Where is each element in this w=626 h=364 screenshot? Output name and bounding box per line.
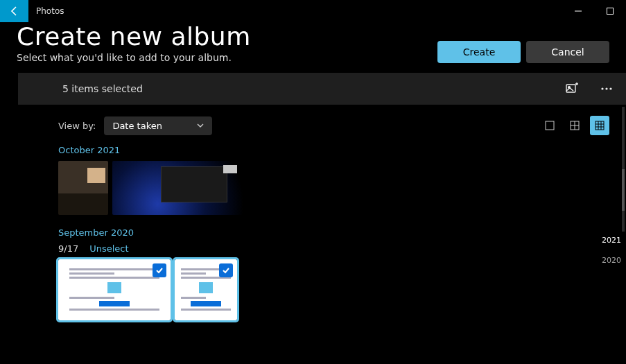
photo-thumbnail[interactable]: [58, 161, 108, 215]
svg-rect-7: [546, 121, 554, 130]
svg-point-6: [609, 87, 611, 89]
viewby-dropdown[interactable]: Date taken: [104, 116, 212, 135]
photo-thumbnail[interactable]: [175, 259, 237, 320]
more-options-icon[interactable]: [597, 79, 616, 98]
selected-check-icon: [219, 263, 233, 277]
group-date: 9/17: [58, 243, 78, 254]
year-scroll-rail[interactable]: 2021 2020: [597, 97, 626, 364]
selected-check-icon: [153, 263, 166, 277]
svg-point-5: [605, 87, 607, 89]
view-size-large[interactable]: [540, 116, 559, 135]
back-button[interactable]: [0, 0, 28, 22]
unselect-link[interactable]: Unselect: [89, 243, 128, 254]
selection-count: 5 items selected: [62, 83, 143, 94]
thumbnail-preview: [69, 268, 159, 311]
group-header-oct-2021[interactable]: October 2021: [58, 145, 609, 155]
svg-rect-1: [607, 8, 614, 15]
maximize-button[interactable]: [594, 0, 626, 22]
selection-bar: 5 items selected: [18, 73, 626, 105]
chevron-down-icon: [197, 122, 204, 129]
view-size-medium[interactable]: [565, 116, 584, 135]
viewby-value: Date taken: [112, 121, 162, 131]
svg-point-4: [601, 87, 603, 89]
photo-thumbnail[interactable]: [112, 161, 243, 215]
viewby-label: View by:: [58, 121, 96, 131]
year-jump-2021[interactable]: 2021: [602, 236, 621, 245]
year-jump-2020[interactable]: 2020: [602, 256, 621, 265]
add-to-album-icon[interactable]: [562, 79, 582, 98]
create-button[interactable]: Create: [437, 41, 521, 63]
page-subtitle: Select what you'd like to add to your al…: [17, 52, 251, 63]
minimize-button[interactable]: [562, 0, 594, 22]
group-header-sep-2020[interactable]: September 2020: [58, 227, 609, 238]
cancel-button[interactable]: Cancel: [526, 41, 609, 63]
page-title: Create new album: [17, 22, 251, 51]
app-title: Photos: [36, 6, 64, 16]
photo-thumbnail[interactable]: [58, 259, 171, 320]
